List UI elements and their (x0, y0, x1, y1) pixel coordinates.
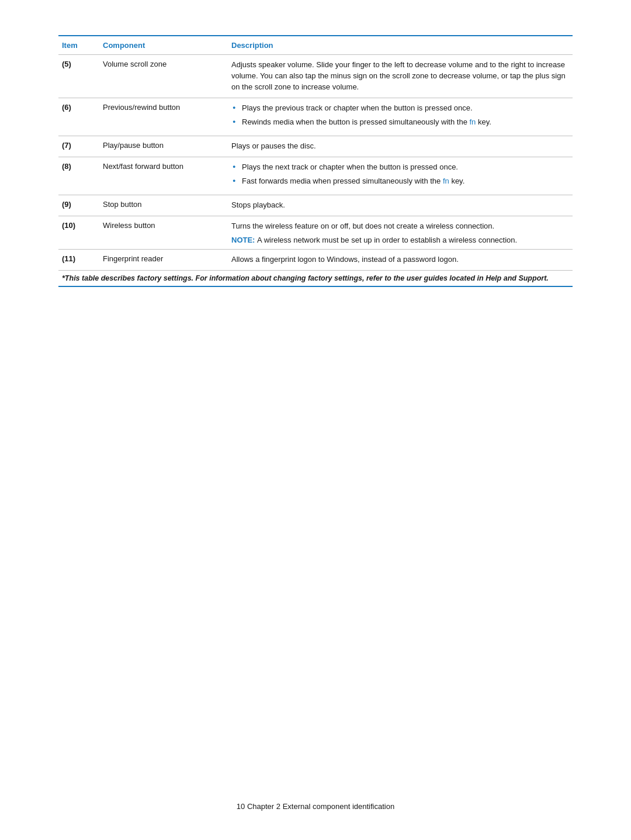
row-item: (9) (58, 195, 99, 216)
list-item: Plays the previous track or chapter when… (231, 103, 567, 113)
page-content: Item Component Description (5)Volume scr… (0, 0, 631, 334)
row-item: (8) (58, 157, 99, 195)
row-component: Wireless button (99, 216, 228, 249)
table-row: (6)Previous/rewind buttonPlays the previ… (58, 98, 573, 136)
fn-link[interactable]: fn (443, 177, 449, 185)
table-row: (5)Volume scroll zoneAdjusts speaker vol… (58, 55, 573, 98)
description-text: Plays or pauses the disc. (231, 141, 567, 152)
row-component: Play/pause button (99, 136, 228, 157)
note-text: NOTE: A wireless network must be set up … (231, 236, 567, 244)
row-description: Stops playback. (228, 195, 573, 216)
description-list: Plays the next track or chapter when the… (231, 162, 567, 186)
row-description: Plays the next track or chapter when the… (228, 157, 573, 195)
row-component: Volume scroll zone (99, 55, 228, 98)
row-component: Next/fast forward button (99, 157, 228, 195)
list-item: Fast forwards media when pressed simulta… (231, 176, 567, 186)
description-text: Stops playback. (231, 200, 567, 211)
row-component: Fingerprint reader (99, 249, 228, 270)
col-item-header: Item (58, 36, 99, 55)
note-label: NOTE: (231, 236, 257, 244)
page-footer: 10 Chapter 2 External component identifi… (0, 802, 631, 811)
table-row: (11)Fingerprint readerAllows a fingerpri… (58, 249, 573, 270)
fn-link[interactable]: fn (470, 117, 476, 126)
col-description-header: Description (228, 36, 573, 55)
table-row: (7)Play/pause buttonPlays or pauses the … (58, 136, 573, 157)
component-table: Item Component Description (5)Volume scr… (58, 35, 573, 287)
table-row: (8)Next/fast forward buttonPlays the nex… (58, 157, 573, 195)
footnote-row: *This table describes factory settings. … (58, 270, 573, 286)
list-item: Rewinds media when the button is pressed… (231, 117, 567, 127)
description-main: Turns the wireless feature on or off, bu… (231, 221, 567, 232)
row-description: Plays the previous track or chapter when… (228, 98, 573, 136)
row-description: Turns the wireless feature on or off, bu… (228, 216, 573, 249)
row-item: (10) (58, 216, 99, 249)
table-row: (9)Stop buttonStops playback. (58, 195, 573, 216)
chapter-label: Chapter 2 (247, 802, 280, 811)
description-text: Allows a fingerprint logon to Windows, i… (231, 254, 567, 265)
row-item: (6) (58, 98, 99, 136)
footnote-text: *This table describes factory settings. … (58, 270, 573, 286)
description-text: Adjusts speaker volume. Slide your finge… (231, 60, 567, 93)
row-component: Stop button (99, 195, 228, 216)
list-item: Plays the next track or chapter when the… (231, 162, 567, 172)
page-number: 10 (237, 802, 245, 811)
table-row: (10)Wireless buttonTurns the wireless fe… (58, 216, 573, 249)
row-description: Adjusts speaker volume. Slide your finge… (228, 55, 573, 98)
description-list: Plays the previous track or chapter when… (231, 103, 567, 127)
chapter-title: External component identification (283, 802, 395, 811)
row-item: (7) (58, 136, 99, 157)
row-item: (11) (58, 249, 99, 270)
row-description: Allows a fingerprint logon to Windows, i… (228, 249, 573, 270)
col-component-header: Component (99, 36, 228, 55)
row-item: (5) (58, 55, 99, 98)
row-description: Plays or pauses the disc. (228, 136, 573, 157)
row-component: Previous/rewind button (99, 98, 228, 136)
